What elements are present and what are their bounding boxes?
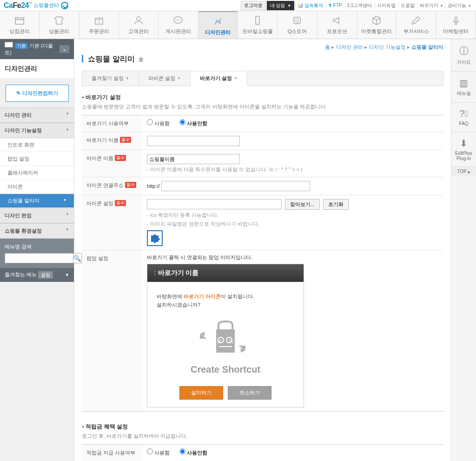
icon-file-input[interactable] <box>147 199 282 209</box>
svg-point-6 <box>179 20 180 20</box>
ftp-link[interactable]: ⬆ FTP <box>326 3 344 8</box>
nav-market[interactable]: 마켓통합관리 <box>357 11 397 39</box>
breadcrumb: 홈 ▸ 디자인 관리 ▸ 디자인 기능설정 ▸ 쇼핑몰 알리미 <box>82 44 443 51</box>
right-toolbar: ⓘ가이드 ▥매뉴얼 ?⃝FAQ ⬇EditPlus Plug-in TOP ▴ <box>451 39 476 461</box>
label-icon-set: 아이콘 설정필수 <box>82 195 142 250</box>
reset-button[interactable]: 초기화 <box>323 199 349 210</box>
popup-hint: 바로가기 클릭 시 연결되는 팝업 이미지입니다. <box>147 254 252 260</box>
info-icon: ⓘ <box>451 45 476 57</box>
chevron-down-icon: ▼ <box>287 4 291 8</box>
nav-mobile[interactable]: 모바일쇼핑몰 <box>238 11 278 39</box>
access-stats-link[interactable]: 📊 접속통계 <box>295 2 325 9</box>
radio-use-off[interactable]: 사용안함 <box>179 120 207 126</box>
icon-name-input[interactable] <box>147 154 240 164</box>
top-link-sitemap[interactable]: 사이트맵 <box>375 2 397 9</box>
sidebar-item-popup[interactable]: 팝업 설정 <box>0 152 74 166</box>
radio-pay-on[interactable]: 사용함 <box>147 450 170 455</box>
my-shop-button[interactable]: 내 상점 ▼ <box>267 1 294 10</box>
side-menu-design-func: 인트로 화면 팝업 설정 플래시메이커 아이콘 쇼핑몰 알리미 <box>0 138 74 208</box>
browse-button[interactable]: 찾아보기... <box>285 199 320 210</box>
shortcut-name-input[interactable] <box>147 136 240 146</box>
nav-shop[interactable]: 상점관리 <box>0 11 40 39</box>
nav-addon[interactable]: 부가서비스 <box>397 11 436 39</box>
side-section-design-edit[interactable]: 디자인 편집▼ <box>0 208 74 223</box>
tab-favorite[interactable]: 즐겨찾기 설정▼ <box>82 71 139 86</box>
install-button[interactable]: 설치하기 <box>179 386 223 400</box>
favorite-menu-bar[interactable]: 즐겨찾는 메뉴 설정 ▼ <box>0 268 74 282</box>
sidebar: 기본 기본 (디폴트) ⌄ 디자인관리 디자인편집하기 디자인 관리▼ 디자인 … <box>0 39 74 461</box>
sidebar-item-flash[interactable]: 플래시메이커 <box>0 166 74 180</box>
tab-shortcut[interactable]: 바로가기 설정▼ <box>191 71 247 86</box>
tool-faq[interactable]: ?⃝FAQ <box>451 103 476 132</box>
breadcrumb-1[interactable]: 디자인 관리 <box>336 44 363 50</box>
svg-point-8 <box>257 23 258 24</box>
chevron-down-icon: ▼ <box>65 273 69 277</box>
side-section-env[interactable]: 쇼핑몰 환경설정▼ <box>0 223 74 239</box>
top-link-cs[interactable]: 1:1고객센터 <box>345 2 374 9</box>
side-section-design-manage[interactable]: 디자인 관리▼ <box>0 107 74 123</box>
logo[interactable]: CaFe24™ 쇼핑몰센터 <box>4 1 68 10</box>
shopping-bag-icon <box>193 318 258 360</box>
svg-point-5 <box>178 20 178 20</box>
chevron-down-icon: ⌄ <box>60 45 69 53</box>
radio-use-on[interactable]: 사용함 <box>147 120 170 126</box>
brush-icon <box>212 16 225 27</box>
nav-order[interactable]: 주문관리 <box>79 11 119 39</box>
menu-search-input[interactable] <box>5 253 73 263</box>
edit-design-button[interactable]: 디자인편집하기 <box>6 85 69 102</box>
breadcrumb-2[interactable]: 디자인 기능설정 <box>369 44 406 50</box>
scroll-top-button[interactable]: TOP ▴ <box>451 167 476 176</box>
popup-msg2: 설치하시겠습니까? <box>157 301 294 308</box>
nav-customer[interactable]: 고객관리 <box>119 11 159 39</box>
required-badge: 필수 <box>120 137 131 143</box>
topbar: CaFe24™ 쇼핑몰센터 로그아웃 내 상점 ▼ 📊 접속통계 ⬆ FTP 1… <box>0 0 476 11</box>
popup-header: 바로가기 이름 <box>147 264 304 282</box>
logout-button[interactable]: 로그아웃 <box>241 1 266 10</box>
side-section-design-func[interactable]: 디자인 기능설정▲ <box>0 123 74 138</box>
chat-icon <box>172 15 185 26</box>
icon-hint2: - 이미지 파일명은 영문으로 작성하시기 바랍니다. <box>147 220 439 227</box>
shortcut-graphic-text: Create Shortcut <box>157 364 294 375</box>
nav-board[interactable]: 게시판관리 <box>159 11 198 39</box>
nav-promo[interactable]: 프로모션 <box>317 11 357 39</box>
tool-manual[interactable]: ▥매뉴얼 <box>451 72 476 103</box>
sidebar-item-icon[interactable]: 아이콘 <box>0 180 74 194</box>
chevron-down-icon: ▼ <box>126 76 129 80</box>
favorite-config-button[interactable]: 설정 <box>38 271 53 279</box>
site-selector[interactable]: 기본 기본 (디폴트) ⌄ <box>0 39 74 59</box>
tool-editplus[interactable]: ⬇EditPlus Plug-in <box>451 132 476 167</box>
top-link-shortcut[interactable]: 바로가기 ▾ <box>417 2 444 9</box>
cancel-button[interactable]: 취소하기 <box>228 386 271 400</box>
sidebar-title: 디자인관리 <box>0 59 74 79</box>
sidebar-item-notifier[interactable]: 쇼핑몰 알리미 <box>0 194 74 208</box>
mobile-icon <box>251 15 264 26</box>
delete-icon[interactable]: 🗑 <box>139 56 144 63</box>
required-badge: 필수 <box>115 155 126 161</box>
download-icon: ⬇ <box>451 138 476 149</box>
tab-favicon[interactable]: 파비콘 설정▼ <box>139 71 191 86</box>
svg-rect-11 <box>455 17 457 21</box>
chevron-down-icon: ▼ <box>177 76 181 80</box>
nav-qstore[interactable]: QQ스토어 <box>278 11 317 39</box>
tool-guide[interactable]: ⓘ가이드 <box>451 39 476 72</box>
nav-design[interactable]: 디자인관리 <box>198 11 238 39</box>
chevron-up-icon: ▲ <box>66 127 69 134</box>
label-popup: 팝업 설정 <box>82 250 142 411</box>
url-prefix: http:// <box>147 183 160 189</box>
chevron-up-icon: ▴ <box>468 169 470 174</box>
sidebar-item-intro[interactable]: 인트로 화면 <box>0 138 74 152</box>
breadcrumb-home[interactable]: 홈 <box>325 44 330 50</box>
logo-refresh-icon[interactable] <box>61 2 68 9</box>
radio-pay-off[interactable]: 사용안함 <box>179 450 207 455</box>
top-link-admin[interactable]: 관리기능 ▾ <box>445 2 472 9</box>
nav-product[interactable]: 상품관리 <box>40 11 79 39</box>
icon-url-input[interactable] <box>161 181 310 191</box>
top-link-help[interactable]: 도움말 <box>398 2 416 9</box>
section-points-desc: 로그인 후, 바로가기를 설치하여야 지급됩니다. <box>82 433 443 440</box>
shortcut-form: 바로가기 사용여부 사용함 사용안함 바로가기 이름필수 아이콘 이름필수 - … <box>82 115 443 412</box>
shortcut-graphic: Create Shortcut <box>157 318 294 375</box>
shop-icon <box>13 15 26 26</box>
nav-marketing[interactable]: 마케팅센터 <box>436 11 476 39</box>
page-title: 쇼핑몰 알리미 🗑 <box>82 54 443 64</box>
person-icon <box>132 15 145 26</box>
